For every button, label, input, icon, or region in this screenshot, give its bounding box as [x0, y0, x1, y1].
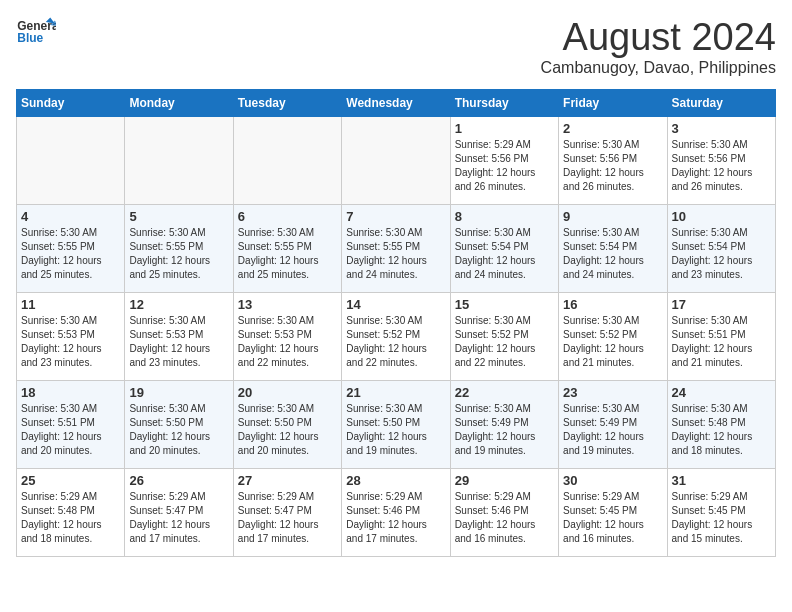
cell-3-1: 19 Sunrise: 5:30 AM Sunset: 5:50 PM Dayl… [125, 381, 233, 469]
daylight-text: Daylight: 12 hours and 22 minutes. [346, 343, 427, 368]
cell-3-0: 18 Sunrise: 5:30 AM Sunset: 5:51 PM Dayl… [17, 381, 125, 469]
day-info: Sunrise: 5:30 AM Sunset: 5:54 PM Dayligh… [672, 226, 771, 282]
day-number: 23 [563, 385, 662, 400]
sunset-text: Sunset: 5:50 PM [238, 417, 312, 428]
cell-2-6: 17 Sunrise: 5:30 AM Sunset: 5:51 PM Dayl… [667, 293, 775, 381]
day-number: 29 [455, 473, 554, 488]
cell-1-1: 5 Sunrise: 5:30 AM Sunset: 5:55 PM Dayli… [125, 205, 233, 293]
day-info: Sunrise: 5:30 AM Sunset: 5:52 PM Dayligh… [563, 314, 662, 370]
sunset-text: Sunset: 5:54 PM [672, 241, 746, 252]
day-number: 18 [21, 385, 120, 400]
day-info: Sunrise: 5:30 AM Sunset: 5:56 PM Dayligh… [563, 138, 662, 194]
sunset-text: Sunset: 5:52 PM [563, 329, 637, 340]
day-number: 17 [672, 297, 771, 312]
sunrise-text: Sunrise: 5:30 AM [129, 227, 205, 238]
sunrise-text: Sunrise: 5:30 AM [21, 227, 97, 238]
day-number: 6 [238, 209, 337, 224]
sunset-text: Sunset: 5:55 PM [129, 241, 203, 252]
day-number: 24 [672, 385, 771, 400]
day-number: 31 [672, 473, 771, 488]
day-number: 26 [129, 473, 228, 488]
sunrise-text: Sunrise: 5:30 AM [672, 227, 748, 238]
daylight-text: Daylight: 12 hours and 25 minutes. [238, 255, 319, 280]
day-info: Sunrise: 5:29 AM Sunset: 5:47 PM Dayligh… [238, 490, 337, 546]
cell-4-0: 25 Sunrise: 5:29 AM Sunset: 5:48 PM Dayl… [17, 469, 125, 557]
day-number: 16 [563, 297, 662, 312]
day-info: Sunrise: 5:30 AM Sunset: 5:54 PM Dayligh… [563, 226, 662, 282]
sunset-text: Sunset: 5:47 PM [238, 505, 312, 516]
sunrise-text: Sunrise: 5:29 AM [129, 491, 205, 502]
day-info: Sunrise: 5:29 AM Sunset: 5:46 PM Dayligh… [346, 490, 445, 546]
sunset-text: Sunset: 5:56 PM [563, 153, 637, 164]
daylight-text: Daylight: 12 hours and 23 minutes. [21, 343, 102, 368]
day-number: 3 [672, 121, 771, 136]
daylight-text: Daylight: 12 hours and 24 minutes. [346, 255, 427, 280]
day-info: Sunrise: 5:30 AM Sunset: 5:51 PM Dayligh… [21, 402, 120, 458]
day-info: Sunrise: 5:30 AM Sunset: 5:50 PM Dayligh… [238, 402, 337, 458]
cell-2-2: 13 Sunrise: 5:30 AM Sunset: 5:53 PM Dayl… [233, 293, 341, 381]
sunrise-text: Sunrise: 5:29 AM [672, 491, 748, 502]
week-row-2: 4 Sunrise: 5:30 AM Sunset: 5:55 PM Dayli… [17, 205, 776, 293]
day-number: 28 [346, 473, 445, 488]
cell-3-2: 20 Sunrise: 5:30 AM Sunset: 5:50 PM Dayl… [233, 381, 341, 469]
cell-4-4: 29 Sunrise: 5:29 AM Sunset: 5:46 PM Dayl… [450, 469, 558, 557]
day-number: 10 [672, 209, 771, 224]
day-number: 21 [346, 385, 445, 400]
cell-1-6: 10 Sunrise: 5:30 AM Sunset: 5:54 PM Dayl… [667, 205, 775, 293]
day-number: 11 [21, 297, 120, 312]
daylight-text: Daylight: 12 hours and 17 minutes. [238, 519, 319, 544]
day-info: Sunrise: 5:30 AM Sunset: 5:49 PM Dayligh… [563, 402, 662, 458]
sunset-text: Sunset: 5:54 PM [455, 241, 529, 252]
sunrise-text: Sunrise: 5:29 AM [455, 491, 531, 502]
day-info: Sunrise: 5:29 AM Sunset: 5:46 PM Dayligh… [455, 490, 554, 546]
col-friday: Friday [559, 90, 667, 117]
sunset-text: Sunset: 5:53 PM [238, 329, 312, 340]
week-row-3: 11 Sunrise: 5:30 AM Sunset: 5:53 PM Dayl… [17, 293, 776, 381]
cell-4-6: 31 Sunrise: 5:29 AM Sunset: 5:45 PM Dayl… [667, 469, 775, 557]
cell-3-4: 22 Sunrise: 5:30 AM Sunset: 5:49 PM Dayl… [450, 381, 558, 469]
sunset-text: Sunset: 5:49 PM [455, 417, 529, 428]
day-info: Sunrise: 5:30 AM Sunset: 5:55 PM Dayligh… [21, 226, 120, 282]
col-sunday: Sunday [17, 90, 125, 117]
daylight-text: Daylight: 12 hours and 20 minutes. [238, 431, 319, 456]
day-number: 1 [455, 121, 554, 136]
daylight-text: Daylight: 12 hours and 22 minutes. [455, 343, 536, 368]
cell-0-3 [342, 117, 450, 205]
sunset-text: Sunset: 5:50 PM [129, 417, 203, 428]
cell-3-3: 21 Sunrise: 5:30 AM Sunset: 5:50 PM Dayl… [342, 381, 450, 469]
sunrise-text: Sunrise: 5:30 AM [455, 227, 531, 238]
sunrise-text: Sunrise: 5:30 AM [563, 227, 639, 238]
day-info: Sunrise: 5:30 AM Sunset: 5:53 PM Dayligh… [129, 314, 228, 370]
daylight-text: Daylight: 12 hours and 21 minutes. [672, 343, 753, 368]
sunrise-text: Sunrise: 5:30 AM [455, 403, 531, 414]
sunrise-text: Sunrise: 5:30 AM [129, 403, 205, 414]
sunrise-text: Sunrise: 5:30 AM [21, 403, 97, 414]
cell-0-2 [233, 117, 341, 205]
day-info: Sunrise: 5:29 AM Sunset: 5:45 PM Dayligh… [672, 490, 771, 546]
logo-icon: General Blue [16, 16, 56, 46]
daylight-text: Daylight: 12 hours and 18 minutes. [672, 431, 753, 456]
cell-3-6: 24 Sunrise: 5:30 AM Sunset: 5:48 PM Dayl… [667, 381, 775, 469]
sunrise-text: Sunrise: 5:29 AM [563, 491, 639, 502]
sunrise-text: Sunrise: 5:30 AM [672, 139, 748, 150]
day-info: Sunrise: 5:29 AM Sunset: 5:45 PM Dayligh… [563, 490, 662, 546]
daylight-text: Daylight: 12 hours and 23 minutes. [129, 343, 210, 368]
daylight-text: Daylight: 12 hours and 26 minutes. [563, 167, 644, 192]
sunset-text: Sunset: 5:51 PM [21, 417, 95, 428]
sunrise-text: Sunrise: 5:30 AM [21, 315, 97, 326]
col-thursday: Thursday [450, 90, 558, 117]
col-tuesday: Tuesday [233, 90, 341, 117]
col-wednesday: Wednesday [342, 90, 450, 117]
day-number: 22 [455, 385, 554, 400]
cell-0-6: 3 Sunrise: 5:30 AM Sunset: 5:56 PM Dayli… [667, 117, 775, 205]
sunrise-text: Sunrise: 5:30 AM [129, 315, 205, 326]
daylight-text: Daylight: 12 hours and 17 minutes. [129, 519, 210, 544]
sunrise-text: Sunrise: 5:29 AM [346, 491, 422, 502]
sunset-text: Sunset: 5:48 PM [21, 505, 95, 516]
cell-1-3: 7 Sunrise: 5:30 AM Sunset: 5:55 PM Dayli… [342, 205, 450, 293]
day-info: Sunrise: 5:30 AM Sunset: 5:49 PM Dayligh… [455, 402, 554, 458]
sunrise-text: Sunrise: 5:30 AM [346, 315, 422, 326]
cell-4-2: 27 Sunrise: 5:29 AM Sunset: 5:47 PM Dayl… [233, 469, 341, 557]
cell-4-3: 28 Sunrise: 5:29 AM Sunset: 5:46 PM Dayl… [342, 469, 450, 557]
sunset-text: Sunset: 5:53 PM [129, 329, 203, 340]
